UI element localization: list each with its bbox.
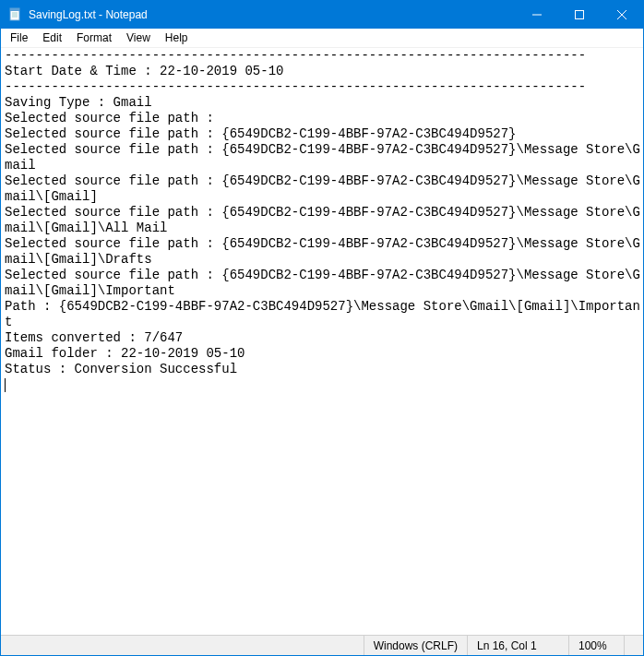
text-caret — [5, 378, 6, 392]
status-zoom: 100% — [568, 636, 624, 655]
menu-view[interactable]: View — [119, 30, 158, 45]
status-spacer — [1, 636, 364, 655]
menu-format[interactable]: Format — [69, 30, 119, 45]
svg-rect-1 — [10, 8, 19, 11]
text-editor[interactable]: ----------------------------------------… — [1, 47, 643, 635]
titlebar[interactable]: SavingLog.txt - Notepad — [1, 1, 643, 29]
notepad-icon — [8, 7, 23, 22]
status-resize-grip[interactable] — [624, 636, 643, 655]
maximize-button[interactable] — [558, 1, 601, 29]
editor-content: ----------------------------------------… — [5, 48, 640, 376]
window-title: SavingLog.txt - Notepad — [29, 8, 516, 21]
menu-edit[interactable]: Edit — [35, 30, 69, 45]
svg-rect-6 — [576, 11, 584, 19]
menu-help[interactable]: Help — [158, 30, 196, 45]
menu-file[interactable]: File — [3, 30, 35, 45]
statusbar: Windows (CRLF) Ln 16, Col 1 100% — [1, 635, 643, 655]
menubar: File Edit Format View Help — [1, 29, 643, 47]
minimize-button[interactable] — [516, 1, 558, 29]
status-cursor-position: Ln 16, Col 1 — [467, 636, 568, 655]
status-encoding: Windows (CRLF) — [364, 636, 467, 655]
close-button[interactable] — [601, 1, 643, 29]
